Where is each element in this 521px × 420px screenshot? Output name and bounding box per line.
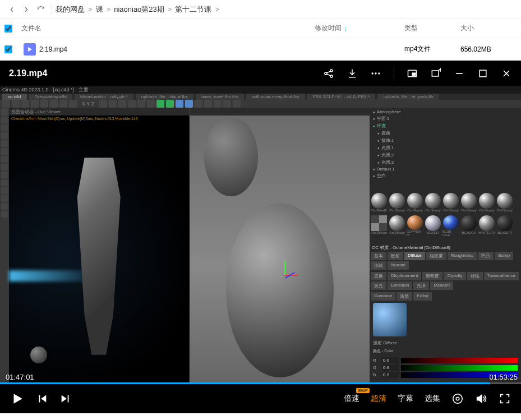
file-type: mp4文件 [404, 44, 460, 54]
speed-button[interactable]: 倍速SWF [344, 394, 359, 404]
c4d-document-tabs: xq.c4d Greyscalegorilla MoonLandsc…ndly.… [0, 94, 521, 100]
breadcrumb-item[interactable]: 课 [96, 4, 103, 15]
breadcrumb: 我的网盘> 课> niaoniao第23期> 第十二节课> [56, 4, 220, 15]
nav-back[interactable] [4, 2, 19, 17]
divider [52, 5, 52, 14]
file-checkbox[interactable] [4, 45, 12, 53]
c4d-hierarchy-panel: Atmosphere 平面.1 环境 摄像 摄像.1 光照.1 光照.2 光照.… [370, 108, 521, 192]
svg-rect-8 [432, 71, 439, 76]
quality-button[interactable]: 超清 [371, 394, 386, 404]
file-row[interactable]: 2.19.mp4 mp4文件 656.02MB [0, 38, 521, 61]
minimize-icon[interactable] [454, 68, 465, 79]
video-title: 2.19.mp4 [9, 68, 323, 79]
svg-rect-9 [479, 70, 486, 77]
c4d-left-tools [0, 108, 9, 384]
fullscreen-icon[interactable] [499, 393, 511, 405]
c4d-3d-viewport [190, 108, 370, 384]
c4d-materials-panel: OctMetal2OctGlossyOctGlossyOctGlossyOctG… [370, 192, 521, 242]
svg-point-11 [456, 397, 459, 400]
video-file-icon [24, 43, 36, 56]
file-size: 656.02MB [460, 45, 517, 53]
select-all-checkbox[interactable] [4, 25, 12, 33]
prev-button[interactable] [36, 393, 48, 405]
nav-bar: 我的网盘> 课> niaoniao第23期> 第十二节课> [0, 0, 521, 19]
download-icon[interactable] [347, 68, 358, 79]
svg-point-4 [375, 72, 376, 74]
more-icon[interactable] [370, 68, 381, 79]
subtitle-button[interactable]: 字幕 [398, 394, 413, 404]
player-controls: 倍速SWF 超清 字幕 选集 [0, 384, 521, 413]
column-size[interactable]: 大小 [460, 24, 517, 33]
seek-bar[interactable] [0, 382, 521, 384]
pip-icon[interactable] [407, 68, 418, 79]
playlist-button[interactable]: 选集 [425, 394, 440, 404]
breadcrumb-item[interactable]: niaoniao第23期 [114, 4, 164, 15]
c4d-attributes-panel: OC 材质 - OctaneMaterial [OctDiffuse8] 基本散… [370, 242, 521, 384]
c4d-titlebar: Cinema 4D 2023.1.0 - [xq.c4d *] - 主要 [0, 86, 521, 94]
share-icon[interactable] [323, 68, 334, 79]
file-table-header: 文件名 修改时间↓ 类型 大小 [0, 19, 521, 38]
svg-point-5 [378, 72, 380, 74]
popout-icon[interactable] [430, 68, 441, 79]
nav-forward[interactable] [19, 2, 34, 17]
column-date[interactable]: 修改时间↓ [315, 24, 404, 33]
sort-down-icon: ↓ [344, 25, 347, 33]
breadcrumb-item[interactable]: 第十二节课 [175, 4, 211, 15]
c4d-render-viewport: 视图合成器 - Live Viewer 文件 - 照明 - Cloud - 对象… [9, 108, 189, 384]
svg-point-10 [453, 394, 463, 404]
file-name: 2.19.mp4 [39, 45, 67, 53]
column-name[interactable]: 文件名 [18, 24, 315, 33]
svg-rect-7 [412, 73, 416, 75]
column-type[interactable]: 类型 [404, 24, 460, 33]
breadcrumb-item[interactable]: 我的网盘 [56, 4, 85, 15]
settings-icon[interactable] [451, 393, 464, 405]
play-button[interactable] [10, 391, 25, 406]
video-viewport[interactable]: Cinema 4D 2023.1.0 - [xq.c4d *] - 主要 xq.… [0, 86, 521, 384]
c4d-toolbar: X Y Z [0, 100, 521, 108]
volume-icon[interactable] [475, 393, 487, 405]
nav-refresh[interactable] [34, 2, 48, 17]
close-icon[interactable] [501, 68, 512, 79]
video-titlebar: 2.19.mp4 [0, 61, 521, 86]
svg-point-3 [372, 72, 374, 74]
maximize-icon[interactable] [477, 68, 488, 79]
next-button[interactable] [59, 393, 72, 405]
